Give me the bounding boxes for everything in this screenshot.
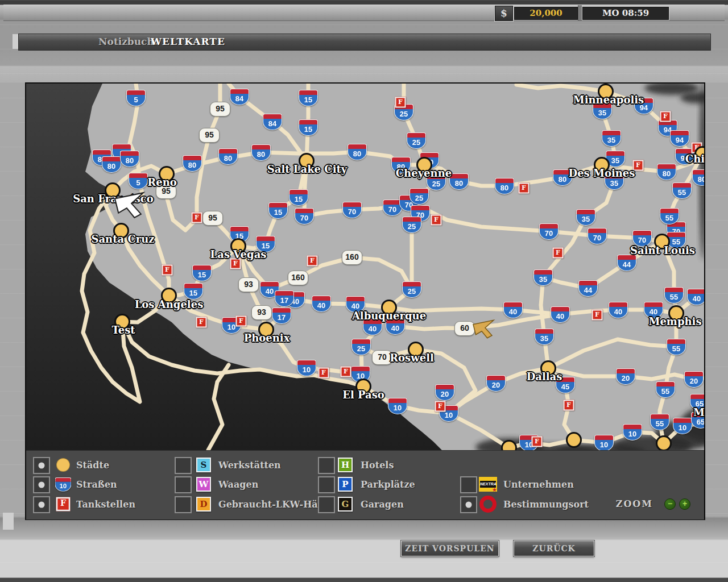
- map-viewport[interactable]: 9595959593931601606070555848415151515151…: [26, 84, 704, 450]
- interstate-shield-number: 45: [556, 382, 575, 393]
- fuel-station-icon: F: [395, 97, 406, 108]
- waagen-icon: W: [196, 477, 211, 492]
- city-label[interactable]: Des Moines: [569, 167, 635, 179]
- interstate-shield-band: [410, 188, 429, 193]
- interstate-shield-band: [342, 202, 362, 207]
- player-position-arrow: [473, 320, 494, 338]
- interstate-shield-band: [351, 366, 370, 371]
- interstate-shield-band: [673, 418, 692, 423]
- legend-checkbox-staedte[interactable]: [33, 457, 50, 474]
- legend-checkbox-garagen[interactable]: [318, 496, 335, 513]
- interstate-shield-number: 70: [342, 207, 362, 218]
- legend-checkbox-strassen[interactable]: [33, 476, 50, 493]
- legend-checkbox-parkplaetze[interactable]: [318, 476, 335, 493]
- city-label[interactable]: Los Angeles: [135, 298, 204, 310]
- city-label[interactable]: Dallas: [527, 371, 562, 383]
- interstate-shield-band: [535, 329, 554, 334]
- interstate-shield: 70: [588, 228, 607, 244]
- legend-checkbox-waagen[interactable]: [175, 476, 192, 493]
- city-label[interactable]: Cheyenne: [396, 167, 452, 179]
- interstate-shield: 17: [275, 290, 294, 306]
- interstate-shield: 25: [402, 217, 421, 232]
- interstate-shield-band: [660, 208, 679, 213]
- interstate-shield: 55: [672, 182, 692, 198]
- city-label[interactable]: Salt Lake City: [267, 163, 348, 175]
- interstate-shield: 80: [692, 169, 704, 185]
- interstate-shield-number: 10: [594, 440, 614, 450]
- interstate-shield-number: 25: [402, 286, 421, 298]
- interstate-shield-number: 15: [192, 270, 212, 281]
- interstate-shield-band: [609, 302, 628, 307]
- interstate-shield: 10: [673, 418, 692, 434]
- interstate-shield-number: 35: [593, 108, 612, 119]
- city-label[interactable]: Phoenix: [244, 332, 290, 344]
- interstate-shield: 15: [192, 265, 212, 281]
- city-dot[interactable]: [566, 432, 582, 448]
- back-button[interactable]: ZURÜCK: [514, 541, 594, 556]
- interstate-shield-band: [539, 223, 559, 228]
- interstate-shield-band: [407, 132, 426, 138]
- legend-checkbox-gebraucht-lkw[interactable]: [175, 496, 192, 513]
- city-label[interactable]: M: [693, 406, 704, 418]
- interstate-shield-number: 80: [657, 169, 676, 180]
- city-label[interactable]: Reno: [147, 176, 177, 188]
- interstate-shield: 25: [351, 339, 371, 355]
- interstate-shield-band: [260, 281, 279, 286]
- city-label[interactable]: Saint Louis: [630, 244, 695, 256]
- city-label[interactable]: Minneapolis: [573, 94, 644, 106]
- interstate-shield-band: [644, 302, 663, 307]
- interstate-shield: 80: [449, 173, 469, 189]
- interstate-shield-number: 55: [667, 344, 686, 355]
- interstate-shield: 20: [616, 368, 635, 384]
- city-label[interactable]: Chi: [685, 153, 704, 165]
- parkplaetze-icon: P: [338, 477, 353, 492]
- city-label[interactable]: Test: [111, 324, 135, 336]
- legend-checkbox-hotels[interactable]: [318, 457, 335, 474]
- us-route-shield: 93: [251, 305, 272, 320]
- notebook-page-tab: [13, 34, 18, 49]
- interstate-shield-number: 35: [533, 275, 553, 286]
- city-label[interactable]: El Paso: [342, 389, 384, 401]
- interstate-shield: 80: [183, 155, 202, 171]
- page-title: WELTKARTE: [151, 34, 225, 49]
- interstate-shield-band: [435, 384, 454, 389]
- city-label[interactable]: Albuquerque: [352, 310, 426, 322]
- interstate-shield: 35: [535, 329, 554, 344]
- legend-checkbox-werkstaetten[interactable]: [175, 457, 192, 474]
- interstate-shield-band: [289, 189, 308, 194]
- road-line: [548, 339, 676, 368]
- legend-checkbox-bestimmungsort[interactable]: [460, 496, 477, 513]
- interstate-shield-band: [670, 130, 689, 135]
- interstate-shield-number: 84: [263, 119, 282, 130]
- interstate-shield-number: 80: [251, 149, 271, 161]
- interstate-shield: 20: [435, 384, 454, 400]
- interstate-shield-band: [667, 339, 686, 344]
- notebook-header: Notizbuch: WELTKARTE: [18, 34, 711, 51]
- zoom-out-button[interactable]: −: [664, 498, 676, 510]
- legend-checkbox-tankstellen[interactable]: [33, 496, 50, 513]
- city-label[interactable]: Santa Cruz: [91, 233, 154, 245]
- city-dot[interactable]: [656, 435, 672, 450]
- interstate-shield-number: 25: [402, 222, 421, 233]
- city-label[interactable]: Memphis: [648, 315, 701, 327]
- interstate-shield-number: 44: [617, 260, 636, 271]
- interstate-shield: 80: [495, 178, 514, 194]
- city-label[interactable]: Roswell: [390, 352, 434, 364]
- top-status-bar: $ 20,000 MO 08:59: [3, 5, 725, 21]
- interstate-shield: 55: [660, 208, 679, 224]
- interstate-shield-number: 55: [656, 386, 675, 398]
- interstate-shield: 94: [670, 130, 689, 146]
- checkbox-checked-dot: [466, 502, 472, 508]
- checkbox-checked-dot: [39, 502, 45, 508]
- interstate-shield: 10: [594, 435, 614, 450]
- legend-checkbox-unternehmen[interactable]: [460, 476, 477, 493]
- interstate-shield-number: 55: [664, 292, 684, 304]
- interstate-shield-number: 25: [394, 109, 413, 120]
- interstate-shield-number: 20: [435, 389, 454, 401]
- map-legend: ZOOM−+ Städte10StraßenFTankstellenSWerks…: [26, 450, 704, 519]
- fast-forward-time-button[interactable]: ZEIT VORSPULEN: [401, 541, 499, 556]
- zoom-in-button[interactable]: +: [679, 498, 690, 510]
- interstate-shield-number: 80: [102, 161, 121, 173]
- city-label[interactable]: Las Vegas: [210, 248, 267, 260]
- road-line: [516, 85, 606, 92]
